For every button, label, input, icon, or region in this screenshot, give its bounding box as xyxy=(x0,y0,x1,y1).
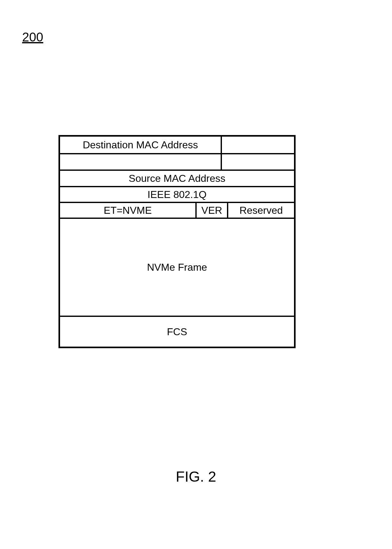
row-nvme-frame: NVMe Frame xyxy=(60,219,294,317)
figure-caption: FIG. 2 xyxy=(0,468,392,485)
field-fcs: FCS xyxy=(167,317,187,347)
field-dest-mac-continuation xyxy=(222,137,294,153)
field-dest-mac: Destination MAC Address xyxy=(60,137,222,153)
field-ethertype: ET=NVME xyxy=(60,203,197,218)
field-dest-mac-lower xyxy=(60,154,222,170)
row-mac-overlap xyxy=(60,154,294,170)
field-source-mac: Source MAC Address xyxy=(129,171,225,186)
row-source-mac: Source MAC Address xyxy=(60,170,294,187)
field-reserved: Reserved xyxy=(228,203,294,218)
row-ethertype: ET=NVME VER Reserved xyxy=(60,203,294,219)
field-source-mac-upper xyxy=(222,154,294,170)
field-nvme-frame: NVMe Frame xyxy=(147,219,207,316)
row-ieee: IEEE 802.1Q xyxy=(60,187,294,203)
row-fcs: FCS xyxy=(60,317,294,347)
row-dest-mac: Destination MAC Address xyxy=(60,137,294,154)
figure-number: 200 xyxy=(22,30,43,44)
field-ieee-8021q: IEEE 802.1Q xyxy=(148,187,207,202)
field-version: VER xyxy=(197,203,228,218)
frame-structure-diagram: Destination MAC Address Source MAC Addre… xyxy=(58,135,296,348)
